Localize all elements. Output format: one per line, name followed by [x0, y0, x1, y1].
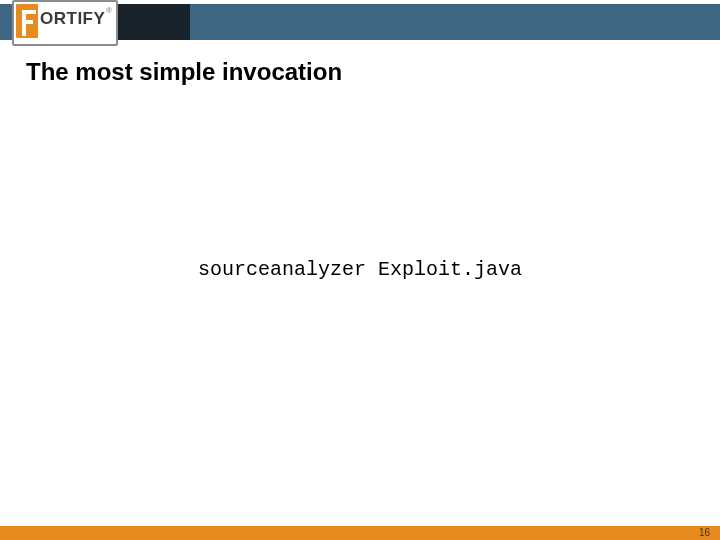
- header-band: ORTIFY ®: [0, 0, 720, 46]
- slide-title: The most simple invocation: [26, 58, 342, 86]
- logo-f-icon: [16, 4, 38, 38]
- footer-bar: 16: [0, 526, 720, 540]
- code-command: sourceanalyzer Exploit.java: [0, 258, 720, 281]
- header-dark-block: [118, 4, 190, 40]
- logo-text: ORTIFY: [40, 9, 105, 29]
- page-number: 16: [699, 527, 710, 538]
- logo-registered: ®: [106, 6, 112, 15]
- fortify-logo: ORTIFY ®: [12, 0, 118, 46]
